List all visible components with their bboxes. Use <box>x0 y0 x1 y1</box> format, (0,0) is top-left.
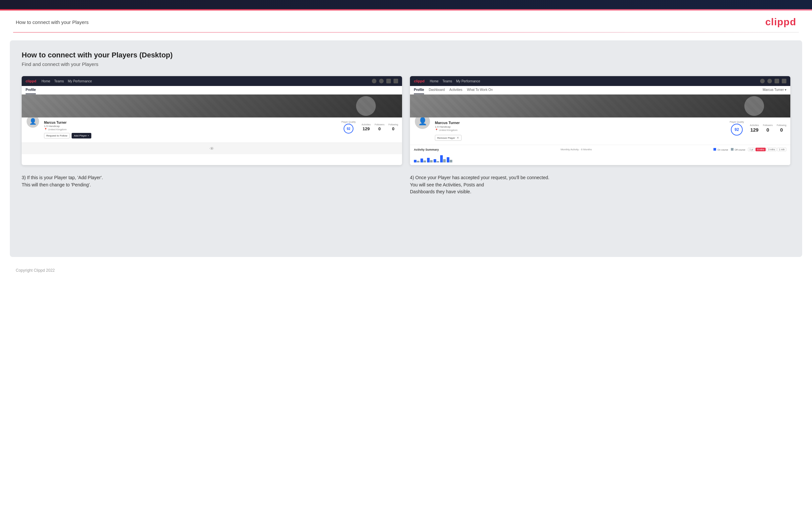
tab-profile-2[interactable]: Profile <box>414 86 424 94</box>
tab-whattoon-2[interactable]: What To Work On <box>467 86 493 94</box>
bar-on-6 <box>447 157 449 162</box>
screenshots-row: clippd Home Teams My Performance Profile <box>22 76 790 165</box>
activity-summary: Activity Summary Monthly Activity - 6 Mo… <box>410 145 790 165</box>
activities-label-2: Activities <box>750 124 759 126</box>
activity-bars <box>414 153 786 162</box>
page-header: How to connect with your Players clippd <box>0 10 812 32</box>
mini-nav-icons-1 <box>372 79 398 83</box>
tab-dashboard-2[interactable]: Dashboard <box>429 86 445 94</box>
header-divider <box>13 32 799 33</box>
bar-off-5 <box>443 159 446 162</box>
followers-label-1: Followers <box>374 123 384 126</box>
player-handicap-2: 1-5 Handicap <box>435 125 726 128</box>
bar-on-5 <box>440 155 443 162</box>
settings-icon-2 <box>774 79 779 83</box>
player-name-2: Marcus Turner <box>435 121 726 125</box>
page-title: How to connect with your Players <box>16 19 89 25</box>
player-quality-1: Player Quality 92 <box>341 121 356 133</box>
activities-label-1: Activities <box>362 123 371 126</box>
activity-legend: On course Off course <box>713 148 745 151</box>
bar-on-3 <box>427 158 429 162</box>
mini-nav-icons-2 <box>760 79 786 83</box>
caption-right: 4) Once your Player has accepted your re… <box>410 174 790 195</box>
activities-stat-1: Activities 129 <box>362 123 371 131</box>
activities-value-1: 129 <box>363 126 370 131</box>
following-stat-2: Following 0 <box>776 124 786 132</box>
activity-header: Activity Summary Monthly Activity - 6 Mo… <box>414 148 786 151</box>
bar-off-1 <box>417 161 419 162</box>
location-pin-icon: 📍 <box>44 128 47 131</box>
section-subtitle: Find and connect with your Players <box>22 61 790 67</box>
player-location-2: 📍 United Kingdom <box>435 129 726 131</box>
mini-nav-2: clippd Home Teams My Performance <box>410 76 790 86</box>
add-player-button[interactable]: Add Player + <box>71 133 91 138</box>
nav-myperformance-2: My Performance <box>456 79 480 83</box>
off-course-dot <box>731 148 733 151</box>
user-icon-2 <box>767 79 772 83</box>
request-follow-button[interactable]: Request to Follow <box>44 133 70 138</box>
location-pin-icon-2: 📍 <box>435 129 438 131</box>
bar-off-2 <box>423 161 426 162</box>
followers-label-2: Followers <box>763 124 773 126</box>
screenshot-footer-1: 👁 <box>22 143 402 154</box>
avatar-icon-1: 👤 <box>29 118 37 125</box>
main-content: How to connect with your Players (Deskto… <box>10 40 802 257</box>
bar-group-5 <box>440 155 446 162</box>
time-btn-6mths[interactable]: 6 mths <box>756 148 766 151</box>
profile-hero-1 <box>22 95 402 117</box>
captions-row: 3) If this is your Player tap, 'Add Play… <box>22 174 790 195</box>
user-dropdown-label[interactable]: Marcus Turner ▾ <box>763 86 786 94</box>
tab-profile-1[interactable]: Profile <box>26 86 36 94</box>
pq-label-2: Player Quality <box>729 121 744 123</box>
nav-myperformance-1: My Performance <box>68 79 92 83</box>
profile-details-2: Marcus Turner 1-5 Handicap 📍 United King… <box>435 121 726 141</box>
bar-off-3 <box>430 160 433 162</box>
followers-stat-1: Followers 0 <box>374 123 384 131</box>
followers-value-2: 0 <box>766 127 769 132</box>
top-bar <box>0 0 812 9</box>
bar-group-1 <box>414 160 419 162</box>
remove-player-button[interactable]: Remove Player ✕ <box>435 135 461 141</box>
nav-home-2: Home <box>429 79 439 83</box>
profile-buttons-1: Request to Follow Add Player + <box>44 133 337 138</box>
following-stat-1: Following 0 <box>388 123 398 131</box>
remove-x-icon: ✕ <box>457 136 459 139</box>
activities-stat-2: Activities 129 <box>750 124 759 132</box>
stats-row-2: Player Quality 92 Activities 129 Followe… <box>729 121 786 135</box>
settings-icon-1 <box>386 79 391 83</box>
menu-icon-1 <box>394 79 398 83</box>
time-btn-1yr[interactable]: 1 yr <box>748 148 755 151</box>
caption-left: 3) If this is your Player tap, 'Add Play… <box>22 174 402 195</box>
off-course-legend: Off course <box>731 148 745 151</box>
user-icon-1 <box>379 79 384 83</box>
player-handicap-1: 1-5 Handicap <box>44 125 337 128</box>
search-icon-2 <box>760 79 765 83</box>
following-label-1: Following <box>388 123 398 126</box>
on-course-dot <box>713 148 716 151</box>
section-title: How to connect with your Players (Deskto… <box>22 51 790 59</box>
bar-on-2 <box>420 159 423 162</box>
followers-value-1: 0 <box>378 126 381 131</box>
bar-group-6 <box>447 157 452 162</box>
mini-logo-2: clippd <box>414 79 424 83</box>
pq-label-1: Player Quality <box>341 121 356 123</box>
bar-group-4 <box>434 159 439 162</box>
profile-hero-2 <box>410 95 790 117</box>
copyright-text: Copyright Clippd 2022 <box>16 268 55 273</box>
time-btn-1mth[interactable]: 1 mth <box>777 148 786 151</box>
search-icon-1 <box>372 79 376 83</box>
mini-tabs-1: Profile <box>22 86 402 95</box>
following-label-2: Following <box>776 124 786 126</box>
mini-nav-links-1: Home Teams My Performance <box>41 79 92 83</box>
tab-activities-2[interactable]: Activities <box>449 86 462 94</box>
on-course-legend: On course <box>713 148 728 151</box>
time-btn-3mths[interactable]: 3 mths <box>766 148 776 151</box>
screenshot-1: clippd Home Teams My Performance Profile <box>22 76 402 165</box>
clippd-logo: clippd <box>765 16 796 27</box>
menu-icon-2 <box>782 79 786 83</box>
avatar-icon-2: 👤 <box>418 117 427 126</box>
activity-period: Monthly Activity - 6 Months <box>561 148 592 151</box>
followers-stat-2: Followers 0 <box>763 124 773 132</box>
player-quality-2: Player Quality 92 <box>729 121 744 135</box>
page-footer: Copyright Clippd 2022 <box>0 265 812 276</box>
